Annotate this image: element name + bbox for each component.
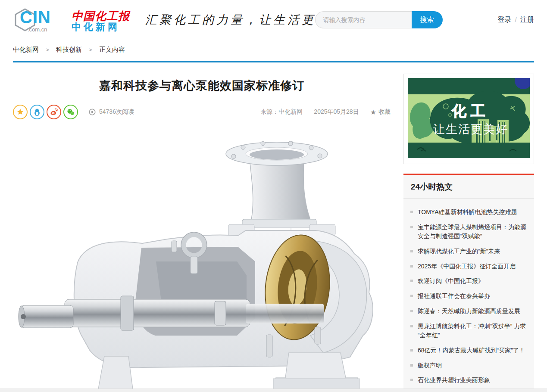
sidebar: 化工 让生活更美好 24小时热文 TOMYA硅基新材料解电池热失控难题 宝丰能源… xyxy=(403,74,534,392)
site-slogan: 汇聚化工的力量，让生活更美好 xyxy=(145,12,315,28)
star-icon: ★ xyxy=(370,108,376,116)
banner-line2-text: 让生活更美好 xyxy=(433,123,508,136)
search-input[interactable] xyxy=(315,11,412,28)
qq-share-icon[interactable] xyxy=(30,105,44,119)
article-meta-row: 54736次阅读 来源：中化新网 2025年05月28日 ★ 收藏 xyxy=(13,105,391,119)
breadcrumb-separator: > xyxy=(89,47,92,53)
logo-acronym: CIN xyxy=(20,8,51,27)
weibo-share-icon[interactable] xyxy=(47,105,61,119)
breadcrumb-separator: > xyxy=(46,47,49,53)
breadcrumb-current: 正文内容 xyxy=(99,46,125,53)
logo-site-name: 中化新网 xyxy=(72,22,130,32)
hot-article-link[interactable]: 求解现代煤化工产业的“新”未来 xyxy=(410,247,527,256)
eye-icon xyxy=(88,108,96,116)
footer-strip xyxy=(0,389,547,392)
favorite-button[interactable]: ★ 收藏 xyxy=(370,108,391,116)
logo-hexagon-icon: CIN .com.cn xyxy=(13,8,70,32)
banner-line1-text: 化工 xyxy=(451,103,490,119)
hot-article-link[interactable]: 报社通联工作会在泰兴举办 xyxy=(410,292,527,301)
promo-banner[interactable]: 化工 让生活更美好 xyxy=(403,74,534,164)
hot-articles-title: 24小时热文 xyxy=(403,175,534,199)
favorite-label: 收藏 xyxy=(378,108,391,116)
hot-article-link[interactable]: TOMYA硅基新材料解电池热失控难题 xyxy=(410,208,527,217)
hot-article-link[interactable]: 陈迎春：天然碱助力新能源高质量发展 xyxy=(410,307,527,316)
hot-article-link[interactable]: 石化业界共塑行业美丽形象 xyxy=(410,376,527,385)
logo-paper-name: 中国化工报 xyxy=(72,10,130,22)
search-button[interactable]: 搜索 xyxy=(412,11,443,28)
auth-separator: / xyxy=(515,16,517,23)
view-count: 54736次阅读 xyxy=(88,108,134,116)
wechat-share-icon[interactable] xyxy=(63,105,78,119)
article-title: 嘉和科技参与离心泵能效国家标准修订 xyxy=(13,78,391,93)
article-source: 来源：中化新网 xyxy=(260,108,303,116)
hot-article-link[interactable]: 宝丰能源全球最大煤制烯烃项目：为能源安全与制造强国“双赋能” xyxy=(410,223,527,241)
breadcrumb-home[interactable]: 中化新网 xyxy=(13,46,39,53)
auth-links: 登录/注册 xyxy=(498,16,534,25)
register-link[interactable]: 注册 xyxy=(520,16,534,23)
hot-article-link[interactable]: 2025年《中国化工报》征订全面开启 xyxy=(410,262,527,271)
hot-articles-section: 24小时热文 TOMYA硅基新材料解电池热失控难题 宝丰能源全球最大煤制烯烃项目… xyxy=(403,174,534,392)
breadcrumb-section[interactable]: 科技创新 xyxy=(56,46,82,53)
site-logo[interactable]: CIN .com.cn 中国化工报 中化新网 xyxy=(13,8,130,32)
login-link[interactable]: 登录 xyxy=(498,16,512,23)
search-bar: 搜索 xyxy=(315,11,443,28)
hot-article-link[interactable]: 黑龙江博航染料化工：冲刺“双过半” 力求“全年红” xyxy=(410,322,527,340)
breadcrumb: 中化新网 > 科技创新 > 正文内容 xyxy=(0,40,547,61)
article-date: 2025年05月28日 xyxy=(314,108,359,116)
view-count-text: 54736次阅读 xyxy=(99,108,134,116)
site-header: CIN .com.cn 中国化工报 中化新网 汇聚化工的力量，让生活更美好 搜索… xyxy=(0,0,547,40)
logo-domain: .com.cn xyxy=(28,26,47,33)
hot-article-link[interactable]: 欢迎订阅《中国化工报》 xyxy=(410,277,527,286)
hot-article-link[interactable]: 版权声明 xyxy=(410,361,527,370)
qzone-share-icon[interactable] xyxy=(13,105,28,119)
hot-articles-list: TOMYA硅基新材料解电池热失控难题 宝丰能源全球最大煤制烯烃项目：为能源安全与… xyxy=(403,199,534,392)
article-column: 嘉和科技参与离心泵能效国家标准修订 xyxy=(13,74,391,392)
hot-article-link[interactable]: 68亿元！内蒙古最大碱矿找到“买家”了！ xyxy=(410,346,527,355)
share-buttons xyxy=(13,105,78,119)
article-image-pump-cutaway xyxy=(13,132,391,389)
